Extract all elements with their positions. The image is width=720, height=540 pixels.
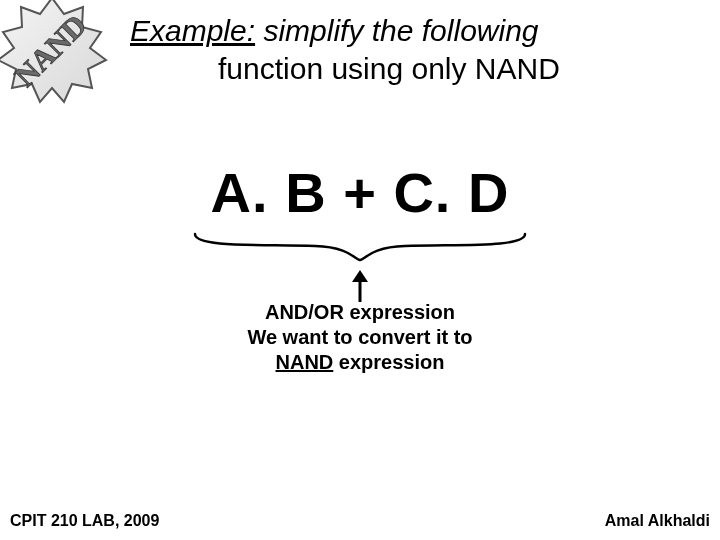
- badge-text: NAND: [8, 8, 93, 93]
- svg-marker-2: [352, 270, 368, 282]
- slide: NAND Example: simplify the following fun…: [0, 0, 720, 540]
- svg-marker-0: [0, 0, 106, 102]
- nand-starburst-icon: NAND: [0, 0, 112, 112]
- up-arrow-icon: [348, 270, 372, 304]
- heading-rest1: simplify the following: [255, 14, 538, 47]
- footer-right: Amal Alkhaldi: [605, 512, 710, 530]
- annotation-emph: NAND: [276, 351, 334, 373]
- example-label: Example:: [130, 14, 255, 47]
- footer-left: CPIT 210 LAB, 2009: [10, 512, 159, 530]
- annotation-line2a: We want to convert it to: [247, 326, 472, 348]
- annotation-text: AND/OR expression We want to convert it …: [0, 300, 720, 375]
- annotation-line1: AND/OR expression: [265, 301, 455, 323]
- heading-line2: function using only NAND: [130, 50, 700, 88]
- example-heading: Example: simplify the following function…: [130, 12, 700, 87]
- curly-brace-icon: [185, 230, 535, 264]
- annotation-line2b: expression: [333, 351, 444, 373]
- nand-badge: NAND: [0, 0, 112, 112]
- brace-and-arrow: [0, 230, 720, 304]
- boolean-expression: A. B + C. D: [0, 160, 720, 225]
